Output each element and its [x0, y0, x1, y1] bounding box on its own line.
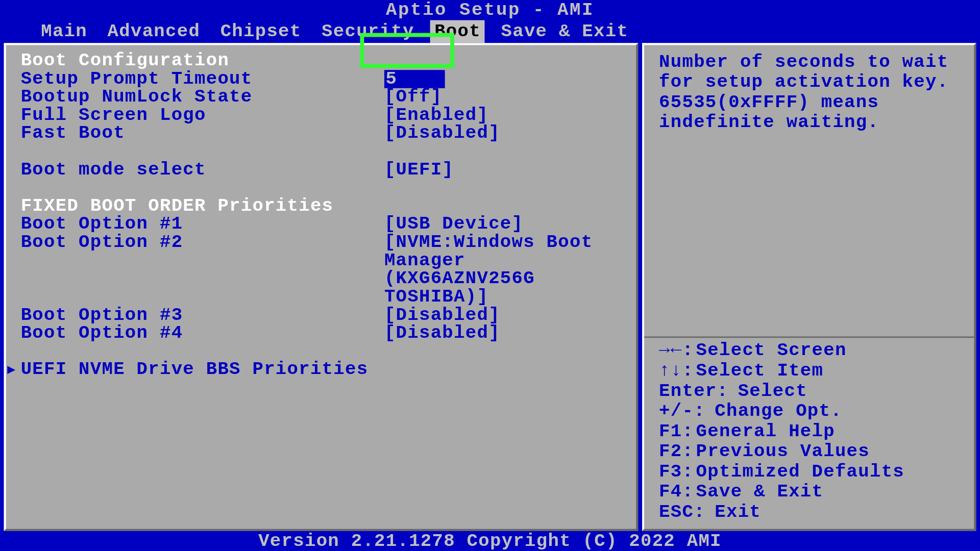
option-label: Bootup NumLock State — [21, 88, 384, 107]
option-boot-mode[interactable]: Boot mode select [UEFI] — [21, 161, 622, 179]
option-boot-3[interactable]: Boot Option #3 [Disabled] — [21, 306, 622, 324]
option-label: Fast Boot — [21, 124, 384, 143]
tab-bar: Main Advanced Chipset Security Boot Save… — [0, 20, 980, 43]
option-label: Boot Option #1 — [21, 215, 384, 234]
footer-version: Version 2.21.1278 Copyright (C) 2022 AMI — [0, 531, 980, 551]
help-pane: Number of seconds to wait for setup acti… — [642, 43, 976, 531]
option-value[interactable]: [Disabled] — [384, 306, 500, 324]
option-label: Full Screen Logo — [21, 106, 384, 124]
keyhint-f1: F1:General Help — [659, 421, 959, 442]
option-boot-2[interactable]: Boot Option #2 [NVME:Windows Boot Manage… — [21, 234, 622, 306]
option-label: Setup Prompt Timeout — [21, 70, 384, 88]
option-value[interactable]: [Off] — [384, 88, 442, 107]
keyhint-f3: F3:Optimized Defaults — [659, 462, 959, 482]
section-fixed-order: FIXED BOOT ORDER Priorities — [21, 197, 334, 215]
option-label: Boot Option #3 — [21, 306, 384, 324]
keyhint-esc: ESC:Exit — [659, 502, 959, 522]
tab-boot[interactable]: Boot — [430, 20, 485, 43]
option-setup-prompt-timeout[interactable]: Setup Prompt Timeout 5 — [21, 70, 622, 88]
tab-advanced[interactable]: Advanced — [104, 20, 204, 43]
option-fast-boot[interactable]: Fast Boot [Disabled] — [21, 124, 622, 143]
bios-title: Aptio Setup - AMI — [0, 0, 980, 20]
main-settings-pane: Boot Configuration Setup Prompt Timeout … — [4, 43, 638, 531]
section-boot-config: Boot Configuration — [21, 52, 229, 70]
option-label: Boot Option #2 — [21, 234, 384, 306]
option-value[interactable]: [Disabled] — [384, 124, 500, 143]
help-keys: →←:Select Screen ↑↓:Select Item Enter:Se… — [659, 340, 959, 522]
keyhint-select-item: ↑↓:Select Item — [659, 361, 959, 381]
option-numlock[interactable]: Bootup NumLock State [Off] — [21, 88, 622, 107]
option-label: Boot Option #4 — [21, 324, 384, 343]
submenu-uefi-nvme-bbs[interactable]: UEFI NVME Drive BBS Priorities — [21, 361, 369, 379]
option-value[interactable]: 5 — [384, 70, 445, 88]
tab-main[interactable]: Main — [37, 20, 91, 43]
tab-save-exit[interactable]: Save & Exit — [497, 20, 632, 43]
option-value[interactable]: [NVME:Windows Boot Manager (KXG6AZNV256G… — [384, 234, 600, 306]
tab-security[interactable]: Security — [317, 20, 418, 43]
option-value[interactable]: [UEFI] — [384, 161, 454, 179]
option-value[interactable]: [Enabled] — [384, 106, 488, 124]
option-boot-4[interactable]: Boot Option #4 [Disabled] — [21, 324, 622, 343]
option-value[interactable]: [Disabled] — [384, 324, 500, 343]
keyhint-enter: Enter:Select — [659, 381, 959, 402]
keyhint-f2: F2:Previous Values — [659, 441, 959, 462]
keyhint-change-opt: +/-:Change Opt. — [659, 401, 959, 421]
option-boot-1[interactable]: Boot Option #1 [USB Device] — [21, 215, 622, 234]
help-description: Number of seconds to wait for setup acti… — [659, 52, 959, 335]
option-value[interactable]: [USB Device] — [384, 215, 523, 234]
option-label: Boot mode select — [21, 161, 384, 179]
divider — [644, 337, 974, 338]
tab-chipset[interactable]: Chipset — [216, 20, 306, 43]
keyhint-f4: F4:Save & Exit — [659, 482, 959, 502]
option-full-screen-logo[interactable]: Full Screen Logo [Enabled] — [21, 106, 622, 124]
keyhint-select-screen: →←:Select Screen — [659, 340, 959, 361]
